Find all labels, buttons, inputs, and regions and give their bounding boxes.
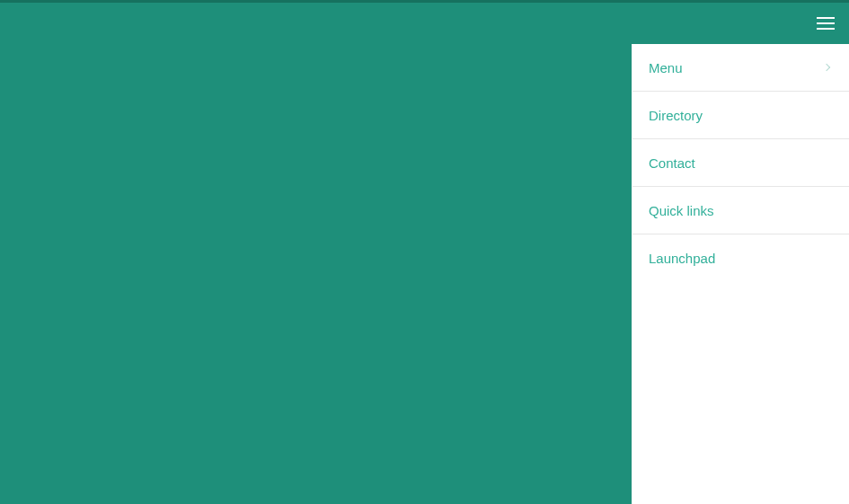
menu-item-label: Contact: [649, 155, 695, 171]
menu-item-label: Directory: [649, 108, 703, 123]
hamburger-menu-icon[interactable]: [817, 17, 835, 30]
menu-item-launchpad[interactable]: Launchpad: [632, 234, 849, 282]
menu-item-label: Launchpad: [649, 251, 715, 266]
menu-item-directory[interactable]: Directory: [632, 92, 849, 139]
menu-item-label: Menu: [649, 60, 683, 75]
menu-item-contact[interactable]: Contact: [632, 139, 849, 187]
menu-item-quick-links[interactable]: Quick links: [632, 187, 849, 234]
menu-item-label: Quick links: [649, 203, 714, 218]
side-menu-panel: Menu Directory Contact Quick links Launc…: [632, 44, 849, 504]
menu-item-menu[interactable]: Menu: [632, 44, 849, 92]
chevron-right-icon: [823, 64, 830, 71]
header-bar: [0, 3, 849, 44]
